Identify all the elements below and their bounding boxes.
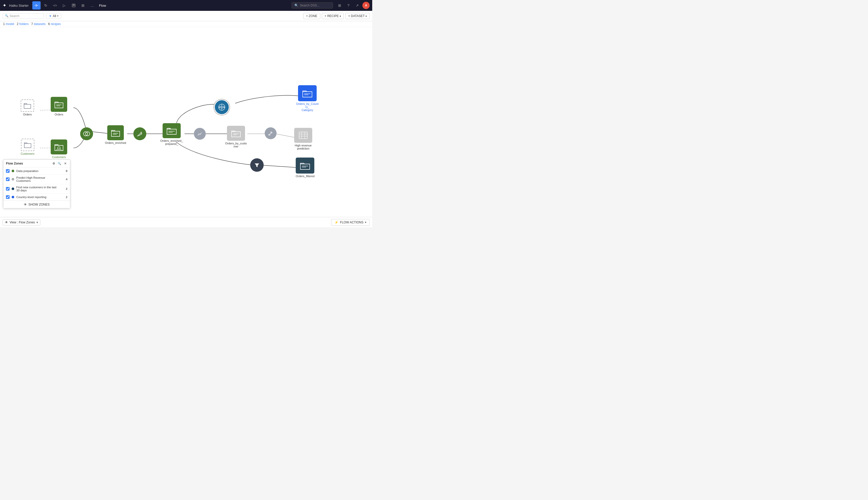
customers-source-label: Customers (21, 152, 34, 155)
svg-rect-1 (73, 4, 75, 5)
apps-grid-btn[interactable]: ⊞ (336, 2, 343, 9)
nav-refresh-btn[interactable]: ↻ (42, 1, 50, 10)
orders-filtered-node[interactable]: Orders_filtered (296, 158, 314, 178)
filter-dropdown[interactable]: ▼ All ▾ (46, 13, 61, 19)
folders-link[interactable]: folders (19, 22, 29, 26)
navbar: ✦ Haiku Starter ↻ </> ▷ ⊞ … Flow 🔍 Searc… (0, 0, 372, 11)
fz-dot-country (12, 196, 14, 198)
analyze-recipe-icon (194, 128, 206, 140)
flow-zones-header: Flow Zones ⚙ 🔍 ✕ (3, 160, 70, 168)
add-dataset-btn[interactable]: + DATASET ▾ (345, 13, 370, 19)
high-revenue-label: High revenueprediction (295, 144, 311, 150)
nav-dashboard-btn[interactable]: ⊞ (79, 1, 87, 10)
fz-name-find: Find new customers in the last30 days (16, 186, 64, 192)
app-logo: ✦ (3, 3, 7, 8)
flow-actions-chevron: ▾ (365, 221, 366, 224)
summary-bar: 1 model 2 folders 7 datasets 6 recipes (0, 21, 372, 27)
model-recipe-node[interactable] (265, 127, 277, 139)
navbar-search-box[interactable]: 🔍 Search DSS... (292, 2, 333, 9)
view-eye-icon: 👁 (5, 220, 8, 224)
navbar-right-icons: ⊞ ? ↗ A (336, 2, 370, 9)
fz-count-predict: 4 (66, 178, 67, 181)
navbar-search-text: Search DSS... (300, 4, 320, 7)
folder-count: 2 (17, 22, 19, 26)
filter-recipe-node[interactable] (250, 158, 264, 172)
prepare-recipe-node[interactable] (133, 127, 146, 140)
orders-by-customer-node[interactable]: Orders_by_customer (224, 126, 248, 148)
add-zone-btn[interactable]: + ZONE (303, 13, 320, 19)
orders-by-customer-label: Orders_by_customer (224, 142, 248, 148)
model-recipe-icon (265, 127, 277, 139)
search-placeholder: Search (10, 14, 19, 18)
filter-recipe-icon (250, 158, 264, 172)
bottom-bar: 👁 View : Flow Zones ▾ ⚡ FLOW ACTIONS ▾ (0, 217, 372, 227)
flow-actions-btn[interactable]: ⚡ FLOW ACTIONS ▾ (331, 219, 370, 226)
fz-name-predict: Predict High RevenueCustomers (16, 176, 64, 182)
orders-by-country-node[interactable]: Orders_by_Country_Category (296, 85, 319, 112)
datasets-link[interactable]: datasets (34, 22, 45, 26)
fz-checkbox-predict[interactable] (6, 178, 10, 181)
recipe-count: 6 (48, 22, 50, 26)
help-btn[interactable]: ? (345, 2, 352, 9)
nav-flow-btn[interactable] (32, 1, 41, 10)
analyze-recipe-node[interactable] (194, 128, 206, 140)
model-link[interactable]: model (6, 22, 14, 26)
orders-source-node[interactable]: Orders (21, 100, 34, 116)
fz-checkbox-find[interactable] (6, 187, 10, 191)
customers-dataset-label: Customers (52, 156, 66, 159)
filter-chevron: ▾ (57, 14, 58, 17)
fz-checkbox-data-prep[interactable] (6, 169, 10, 173)
view-select[interactable]: 👁 View : Flow Zones ▾ (3, 219, 40, 226)
flow-canvas: Orders Customers Orders (0, 27, 372, 221)
fz-close-icon[interactable]: ✕ (63, 161, 67, 166)
flow-actions-icon: ⚡ (334, 220, 338, 224)
flow-zones-panel: Flow Zones ⚙ 🔍 ✕ Data preparation 8 Pred… (3, 159, 70, 208)
fz-name-country: Country-level reporting (16, 195, 64, 198)
orders-enriched-prepared-node[interactable]: Orders_enriched_prepared_ (160, 123, 183, 145)
navbar-search-icon: 🔍 (294, 4, 298, 7)
prepare-recipe-icon (133, 127, 146, 140)
orders-source-label: Orders (23, 113, 32, 116)
recipes-link[interactable]: recipes (51, 22, 61, 26)
customers-dataset-node[interactable]: Customers (51, 139, 67, 159)
fz-dot-data-prep (12, 170, 14, 172)
country-recipe-node[interactable] (214, 100, 230, 115)
fz-row-country: Country-level reporting 2 (3, 194, 70, 201)
nav-git-btn[interactable] (69, 1, 78, 10)
toolbar-right: + ZONE + RECIPE ▾ + DATASET ▾ (303, 13, 370, 19)
user-avatar[interactable]: A (363, 2, 370, 9)
flow-zones-title: Flow Zones (6, 162, 23, 165)
fz-search-icon[interactable]: 🔍 (57, 161, 62, 166)
show-zones-eye-icon: 👁 (24, 203, 27, 206)
high-revenue-node[interactable]: High revenueprediction (294, 128, 312, 150)
flow-label: Flow (99, 4, 106, 8)
add-recipe-btn[interactable]: + RECIPE ▾ (322, 13, 344, 19)
fz-row-predict: Predict High RevenueCustomers 4 (3, 174, 70, 184)
search-box[interactable]: 🔍 Search (3, 13, 44, 19)
customers-source-node[interactable]: Customers (21, 139, 34, 155)
nav-code-btn[interactable]: </> (51, 1, 59, 10)
fz-checkbox-country[interactable] (6, 195, 10, 199)
orders-enriched-prepared-label: Orders_enriched_prepared_ (160, 139, 183, 145)
join-recipe-icon (80, 127, 93, 140)
notifications-btn[interactable]: ↗ (354, 2, 361, 9)
fz-settings-icon[interactable]: ⚙ (52, 161, 56, 166)
join-recipe-node[interactable] (80, 127, 93, 140)
filter-icon: ▼ (49, 14, 52, 18)
fz-header-icons: ⚙ 🔍 ✕ (52, 161, 67, 166)
orders-enriched-node[interactable]: Orders_enriched (105, 125, 126, 144)
svg-rect-2 (73, 5, 75, 6)
fz-count-find: 2 (66, 187, 67, 190)
nav-more-btn[interactable]: … (88, 1, 97, 10)
fz-dot-find (12, 188, 14, 190)
nav-run-btn[interactable]: ▷ (60, 1, 68, 10)
fz-name-data-prep: Data preparation (16, 169, 64, 172)
country-recipe-icon (214, 100, 230, 115)
fz-count-country: 2 (66, 195, 67, 198)
orders-filtered-label: Orders_filtered (296, 174, 314, 178)
orders-by-country-label: Orders_by_Country_Category (296, 102, 319, 112)
show-zones-btn[interactable]: 👁 SHOW ZONES (3, 201, 70, 208)
model-count: 1 (3, 22, 5, 26)
orders-dataset-label: Orders (55, 113, 63, 116)
orders-dataset-node[interactable]: Orders (51, 97, 67, 116)
